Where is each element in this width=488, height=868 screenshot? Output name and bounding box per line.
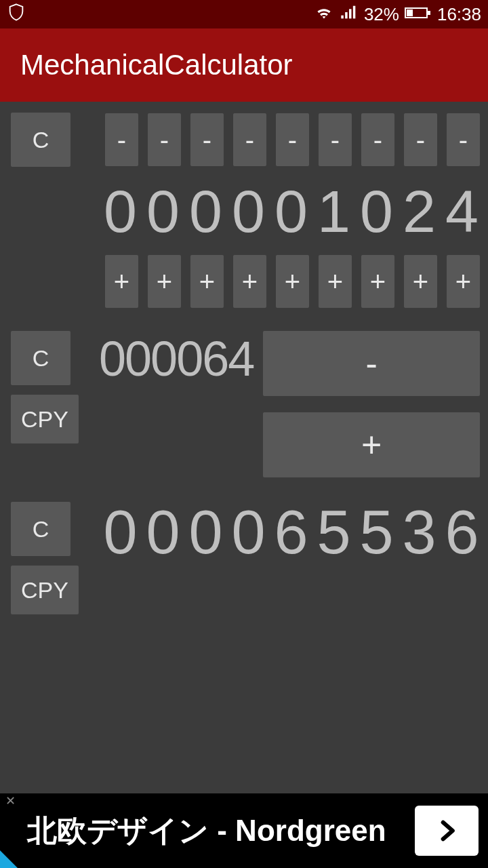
digit: 0 bbox=[142, 182, 184, 241]
digit-minus-button[interactable]: - bbox=[105, 113, 138, 166]
svg-rect-2 bbox=[349, 9, 352, 18]
signal-icon bbox=[340, 4, 359, 25]
digit: 6 bbox=[270, 502, 312, 614]
digit-minus-button[interactable]: - bbox=[361, 113, 394, 166]
digit-plus-button[interactable]: + bbox=[105, 255, 138, 308]
digit-minus-button[interactable]: - bbox=[148, 113, 181, 166]
digit-plus-button[interactable]: + bbox=[361, 255, 394, 308]
subtract-button[interactable]: - bbox=[263, 331, 480, 396]
copy-register-2-button[interactable]: CPY bbox=[11, 395, 79, 443]
digit: 0 bbox=[270, 182, 312, 241]
svg-rect-3 bbox=[353, 5, 356, 18]
digit: 0 bbox=[142, 502, 184, 614]
ad-text: 北欧デザイン - Nordgreen bbox=[0, 811, 415, 851]
wifi-icon bbox=[314, 4, 334, 25]
app-title: MechanicalCalculator bbox=[20, 49, 293, 81]
shield-icon bbox=[7, 3, 26, 26]
register-1-display: 0 0 0 0 0 1 0 2 4 bbox=[99, 182, 483, 241]
digit: 0 bbox=[227, 502, 270, 614]
digit: 0 bbox=[184, 502, 227, 614]
svg-rect-6 bbox=[407, 9, 413, 16]
digit-minus-button[interactable]: - bbox=[447, 113, 480, 166]
digit-minus-button[interactable]: - bbox=[190, 113, 224, 166]
minus-button-row: - - - - - - - - - bbox=[99, 113, 480, 166]
digit-plus-button[interactable]: + bbox=[319, 255, 352, 308]
digit: 0 bbox=[184, 182, 227, 241]
copy-register-3-button[interactable]: CPY bbox=[11, 566, 79, 614]
ad-info-icon[interactable] bbox=[0, 850, 18, 868]
digit: 5 bbox=[355, 502, 398, 614]
clear-register-1-button[interactable]: C bbox=[11, 113, 70, 167]
digit: 5 bbox=[312, 502, 355, 614]
ad-close-icon[interactable]: ✕ bbox=[3, 793, 18, 808]
app-bar: MechanicalCalculator bbox=[0, 28, 488, 102]
ad-forward-button[interactable] bbox=[415, 806, 479, 856]
digit-plus-button[interactable]: + bbox=[404, 255, 437, 308]
digit-minus-button[interactable]: - bbox=[404, 113, 437, 166]
clear-register-3-button[interactable]: C bbox=[11, 502, 70, 556]
digit-plus-button[interactable]: + bbox=[148, 255, 181, 308]
add-button[interactable]: + bbox=[263, 412, 480, 477]
digit: 3 bbox=[398, 502, 441, 614]
digit: 0 bbox=[355, 182, 398, 241]
digit-plus-button[interactable]: + bbox=[233, 255, 266, 308]
digit: 4 bbox=[441, 182, 483, 241]
register-1: C - - - - - - - - - 0 0 0 0 0 1 bbox=[11, 113, 480, 308]
digit: 6 bbox=[441, 502, 483, 614]
digit-minus-button[interactable]: - bbox=[276, 113, 309, 166]
digit-minus-button[interactable]: - bbox=[319, 113, 352, 166]
svg-rect-0 bbox=[341, 15, 344, 18]
digit-plus-button[interactable]: + bbox=[447, 255, 480, 308]
digit: 2 bbox=[398, 182, 441, 241]
digit: 0 bbox=[227, 182, 270, 241]
register-2-display: 000064 bbox=[99, 331, 253, 477]
ad-banner[interactable]: ✕ 北欧デザイン - Nordgreen bbox=[0, 793, 488, 868]
register-3: C CPY 0 0 0 0 6 5 5 3 6 bbox=[11, 502, 480, 614]
battery-percent: 32% bbox=[364, 4, 399, 25]
digit: 1 bbox=[312, 182, 355, 241]
svg-rect-5 bbox=[428, 11, 430, 15]
register-2: C CPY 000064 - + bbox=[11, 331, 480, 477]
battery-icon bbox=[405, 4, 432, 25]
digit-minus-button[interactable]: - bbox=[233, 113, 266, 166]
plus-button-row: + + + + + + + + + bbox=[99, 255, 480, 308]
digit-plus-button[interactable]: + bbox=[276, 255, 309, 308]
clock-text: 16:38 bbox=[437, 4, 481, 25]
svg-rect-1 bbox=[345, 12, 348, 18]
main-content: C - - - - - - - - - 0 0 0 0 0 1 bbox=[0, 102, 488, 614]
register-3-display: 0 0 0 0 6 5 5 3 6 bbox=[99, 502, 483, 614]
clear-register-2-button[interactable]: C bbox=[11, 331, 70, 385]
digit: 0 bbox=[99, 502, 142, 614]
digit-plus-button[interactable]: + bbox=[190, 255, 224, 308]
digit: 0 bbox=[99, 182, 142, 241]
status-bar: 32% 16:38 bbox=[0, 0, 488, 28]
